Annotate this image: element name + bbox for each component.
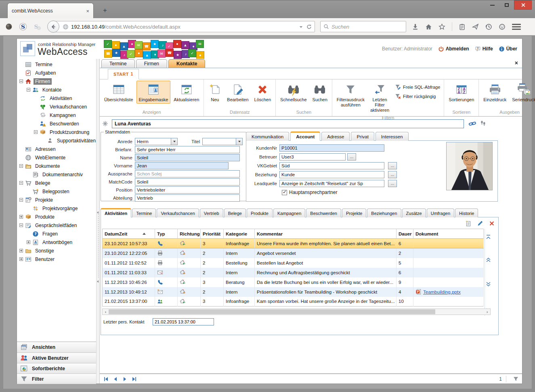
betreuer-lookup-button[interactable]: ... xyxy=(347,153,356,161)
expander-minus-icon[interactable] xyxy=(19,79,23,83)
about-button[interactable]: Über xyxy=(499,46,517,52)
activities-tab-verkaufschancen[interactable]: Verkaufschancen xyxy=(157,209,199,217)
site-identity-icon[interactable] xyxy=(63,24,69,30)
table-row[interactable]: 21.02.2015 13:37:003InfoanfrageKam spont… xyxy=(103,297,484,307)
aussprache-input[interactable] xyxy=(135,170,240,177)
back-button[interactable] xyxy=(47,21,59,33)
clipboard-icon[interactable] xyxy=(459,23,466,30)
filter-rückgängig-button[interactable]: Filter rückgängig xyxy=(395,93,440,99)
kundennr-input[interactable] xyxy=(279,144,384,152)
titel-select[interactable] xyxy=(202,138,243,145)
name-input[interactable] xyxy=(135,154,240,161)
aktualisieren-button[interactable]: Aktualisieren xyxy=(171,81,201,104)
activities-tab-produkte[interactable]: Produkte xyxy=(247,209,273,217)
bookmark-star-icon[interactable] xyxy=(438,23,445,30)
column-header-priorität[interactable]: Priorität xyxy=(201,229,224,239)
seriendruck-button[interactable]: Seriendruck xyxy=(510,81,535,104)
column-header-dokument[interactable]: Dokument xyxy=(413,229,484,239)
sidebar-item-projektvorgänge[interactable]: Projektvorgänge xyxy=(17,204,96,213)
scrollbar-thumb[interactable] xyxy=(109,309,435,314)
activities-tab-beziehungen[interactable]: Beziehungen xyxy=(367,209,401,217)
detail-tab-kommunikation[interactable]: Kommunikation xyxy=(246,132,289,141)
window-minimize-button[interactable] xyxy=(485,0,499,10)
table-row[interactable]: 11.12.2013 10:45:263BeratungDa die letzt… xyxy=(103,277,484,287)
sidebar-item-fragen[interactable]: ?Fragen xyxy=(17,229,96,238)
table-row[interactable]: 23.10.2012 12:22:052InternAngebot versen… xyxy=(103,248,484,258)
menu-button[interactable] xyxy=(512,24,521,30)
help-button[interactable]: ?Hilfe xyxy=(475,46,493,52)
sidebar-item-projekte[interactable]: Projekte xyxy=(17,196,96,204)
new-tab-button[interactable]: + xyxy=(99,5,111,16)
expander-minus-icon[interactable] xyxy=(19,198,23,202)
link-icon[interactable] xyxy=(469,121,476,127)
table-horizontal-scrollbar[interactable]: ‹ › xyxy=(102,309,491,315)
freie-sql-abfrage-button[interactable]: Freie SQL-Abfrage xyxy=(395,84,440,90)
sidebar-item-supportaktivitäten[interactable]: Supportaktivitäten xyxy=(17,136,96,145)
leadquelle-lookup-button[interactable]: ... xyxy=(388,180,397,187)
table-row[interactable]: 01.11.2012 11:03:332InternRechnung und A… xyxy=(103,268,484,277)
expander-minus-icon[interactable] xyxy=(34,130,38,134)
url-dropdown-icon[interactable] xyxy=(298,24,304,29)
expander-plus-icon[interactable] xyxy=(19,215,23,219)
matchcode-input[interactable] xyxy=(135,178,240,186)
leadquelle-input[interactable] xyxy=(279,180,384,187)
last-contact-input[interactable] xyxy=(153,318,214,325)
column-header-typ[interactable]: Typ xyxy=(155,229,178,239)
addon-s-badge-icon[interactable]: S xyxy=(19,23,27,31)
reload-icon[interactable] xyxy=(306,24,312,30)
sidebar-item-verkaufschancen[interactable]: Verkaufschancen xyxy=(17,102,96,111)
activities-tab-vertrieb[interactable]: Vertrieb xyxy=(200,209,223,217)
activities-tab-historie[interactable]: Historie xyxy=(455,209,478,217)
scroll-left-icon[interactable]: ‹ xyxy=(103,309,109,315)
addon-s-clock-icon[interactable]: S xyxy=(33,23,41,31)
expander-plus-icon[interactable] xyxy=(27,240,30,244)
sidebar-item-firmen[interactable]: Firmen xyxy=(17,77,96,85)
sidebar-item-sonstige[interactable]: Sonstige xyxy=(17,246,96,255)
beziehung-lookup-button[interactable]: ... xyxy=(388,171,397,178)
next-record-button[interactable] xyxy=(122,376,128,382)
table-row[interactable]: 01.11.2012 11:02:522BestellungBestellen … xyxy=(103,258,484,268)
activities-tab-zusätze[interactable]: Zusätze xyxy=(402,209,426,217)
scroll-top-icon[interactable] xyxy=(486,234,491,240)
column-header-kommentar[interactable]: Kommentar xyxy=(255,229,397,239)
sidebar-item-webelemente[interactable]: WebElemente xyxy=(17,153,96,162)
sidebar-item-dokumentenarchiv[interactable]: Dokumentenarchiv xyxy=(17,170,96,179)
table-row[interactable]: 11.12.2013 10:49:122InternPräsentationsf… xyxy=(103,287,484,297)
sidebar-item-belege[interactable]: Belege xyxy=(17,179,96,187)
activities-tab-umfragen[interactable]: Umfragen xyxy=(427,209,454,217)
detail-tab-account[interactable]: Account xyxy=(290,131,320,141)
letzten-filter-aktivieren-button[interactable]: Letzten Filter aktivieren xyxy=(368,81,392,115)
last-record-button[interactable] xyxy=(131,376,137,382)
activities-tab-kampagnen[interactable]: Kampagnen xyxy=(273,209,305,217)
eingabemaske-button[interactable]: Eingabemaske xyxy=(136,81,171,104)
beziehung-input[interactable] xyxy=(279,171,384,178)
sortierungen-button[interactable]: ZAAZSortierungen xyxy=(446,81,476,104)
scroll-page-down-icon[interactable] xyxy=(486,282,491,287)
column-header-richtung[interactable]: Richtung xyxy=(178,229,201,239)
briefanr-input[interactable] xyxy=(135,146,240,153)
activities-tab-projekte[interactable]: Projekte xyxy=(342,209,366,217)
sidebar-item-benutzer[interactable]: Benutzer xyxy=(17,255,96,263)
edit-activity-button[interactable] xyxy=(477,220,483,227)
activities-tab-belege[interactable]: Belege xyxy=(224,209,246,217)
activities-tab-aktivitäten[interactable]: Aktivitäten xyxy=(101,208,131,217)
send-icon[interactable] xyxy=(472,23,479,30)
home-icon[interactable] xyxy=(425,23,432,30)
table-row[interactable]: 23.10.2012 10:57:333InfoanfrageUnsere Fi… xyxy=(103,239,484,248)
sidebar-item-gesprächsleitfäden[interactable]: Gesprächsleitfäden xyxy=(17,221,96,229)
übersichtsliste-button[interactable]: Übersichtsliste xyxy=(102,81,136,104)
scrollbar-track[interactable] xyxy=(109,309,484,315)
tab-close-icon[interactable]: × xyxy=(86,8,89,14)
tab-firmen[interactable]: Firmen xyxy=(136,59,167,68)
previous-record-button[interactable] xyxy=(112,376,119,382)
vorname-input[interactable] xyxy=(135,162,229,169)
bearbeiten-button[interactable]: Bearbeiten xyxy=(224,81,251,104)
detail-tab-privat[interactable]: Privat xyxy=(351,132,374,141)
activities-tab-termine[interactable]: Termine xyxy=(132,209,156,217)
addon-sphere-icon[interactable] xyxy=(5,23,13,31)
betreuer-input[interactable] xyxy=(279,153,346,161)
position-input[interactable] xyxy=(135,186,240,194)
sidebar-panel-sofortberichte[interactable]: Sofortberichte xyxy=(17,363,96,373)
sidebar-item-kontakte[interactable]: Kontakte xyxy=(17,85,96,94)
search-box[interactable] xyxy=(320,21,406,32)
